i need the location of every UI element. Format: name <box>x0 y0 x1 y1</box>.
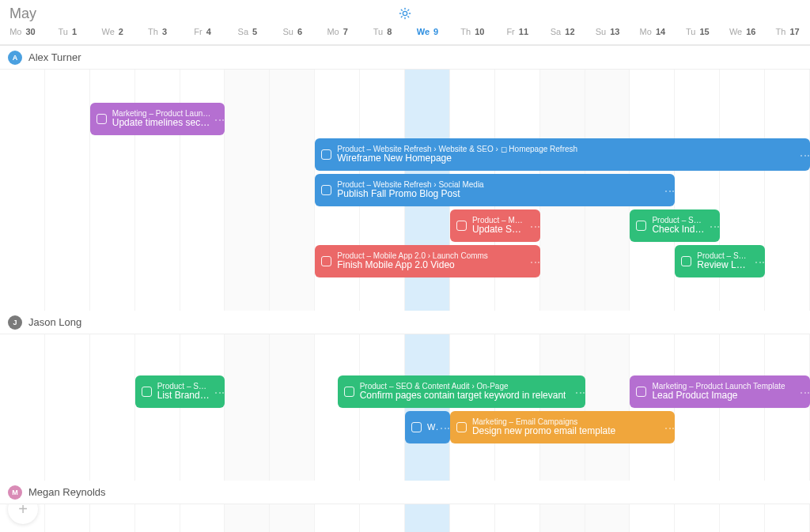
day-header-cell[interactable]: Fr 11 <box>495 24 540 40</box>
day-number: 9 <box>433 27 438 36</box>
task-breadcrumb: Product – Website Refresh › Website & SE… <box>337 145 577 154</box>
day-header-cell[interactable]: Mo 7 <box>315 24 360 40</box>
day-header-cell[interactable]: Th 10 <box>450 24 495 40</box>
task-text: Product – SEO & ContentList Branded & U <box>157 382 211 402</box>
day-number: 12 <box>565 27 574 36</box>
task-checkbox[interactable] <box>681 256 691 266</box>
avatar: M <box>8 485 22 500</box>
day-number: 3 <box>162 27 167 36</box>
task-card[interactable]: Product – SEO & ContentCheck Indexed Pag… <box>630 209 720 242</box>
task-card[interactable]: Product – SEO & Content Audit › On-PageC… <box>338 375 585 408</box>
svg-line-8 <box>408 9 409 10</box>
drag-handle-icon[interactable] <box>579 387 582 396</box>
task-checkbox[interactable] <box>456 221 467 231</box>
task-breadcrumb: Product – SEO & Content Audit › On-Page <box>360 382 566 391</box>
task-breadcrumb: Product – SEO & Content <box>157 382 211 391</box>
day-header-cell[interactable]: Sa 12 <box>540 24 585 40</box>
day-header-cell[interactable]: Tu 8 <box>360 24 405 40</box>
task-card[interactable]: Product – Mobile App 2.0 › Launch CommsF… <box>315 245 539 277</box>
task-title: Wireframe <box>427 422 439 432</box>
drag-handle-icon[interactable] <box>668 186 672 194</box>
task-card[interactable]: Marketing – Product LaunchUpdate timelin… <box>90 103 225 135</box>
day-of-week: Tu <box>373 27 383 36</box>
task-checkbox[interactable] <box>411 422 422 432</box>
day-header-cell[interactable]: Su 13 <box>585 24 630 40</box>
day-number: 7 <box>343 27 348 36</box>
task-card[interactable]: MarketingWireframe <box>405 411 450 443</box>
drag-handle-icon[interactable] <box>444 423 447 432</box>
task-card[interactable]: Product – Mobile AppUpdate Support <box>450 209 540 242</box>
person-header[interactable]: MMegan Reynolds <box>0 481 810 504</box>
task-checkbox[interactable] <box>321 185 331 195</box>
day-header-cell[interactable]: Mo 14 <box>630 24 675 40</box>
task-row: Product – Website Refresh › Website & SE… <box>0 137 810 172</box>
day-header-cell[interactable]: Th 17 <box>765 24 810 40</box>
drag-handle-icon[interactable] <box>218 387 221 396</box>
task-checkbox[interactable] <box>344 387 354 397</box>
day-number: 14 <box>656 27 665 36</box>
day-number: 30 <box>25 27 35 36</box>
task-checkbox[interactable] <box>97 114 107 124</box>
task-row: MarketingWireframeMarketing – Email Camp… <box>0 409 810 445</box>
person-lane: Marketing – Email CampaignsSetup homepag… <box>0 504 810 532</box>
task-row: Marketing – Product LaunchUpdate timelin… <box>0 101 810 137</box>
task-breadcrumb: Product – SEO & Audit <box>697 251 751 261</box>
day-header-cell[interactable]: Tu 1 <box>45 24 90 40</box>
task-title: Review Landing <box>697 260 751 271</box>
person-header[interactable]: JJason Long <box>0 311 810 334</box>
day-of-week: Su <box>282 27 293 36</box>
task-text: Product – Mobile AppUpdate Support <box>472 216 526 236</box>
day-of-week: Fr <box>506 27 514 36</box>
drag-handle-icon[interactable] <box>534 257 537 266</box>
day-header-cell[interactable]: Fr 4 <box>180 24 225 40</box>
drag-handle-icon[interactable] <box>218 115 221 123</box>
task-title: Confirm pages contain target keyword in … <box>360 391 566 402</box>
drag-handle-icon[interactable] <box>668 423 672 432</box>
timeline: AAlex TurnerMarketing – Product LaunchUp… <box>0 46 810 532</box>
task-title: Publish Fall Promo Blog Post <box>337 189 483 200</box>
day-header-cell[interactable]: Th 3 <box>135 24 180 40</box>
person-name: Jason Long <box>28 316 81 328</box>
task-checkbox[interactable] <box>636 387 646 397</box>
task-title: List Branded & U <box>157 391 211 402</box>
task-card[interactable]: Marketing – Product Launch TemplateLead … <box>630 375 810 408</box>
task-title: Update Support <box>472 224 526 236</box>
day-header-cell[interactable]: We 16 <box>720 24 765 40</box>
drag-handle-icon[interactable] <box>804 150 807 159</box>
task-checkbox[interactable] <box>142 387 152 397</box>
task-card[interactable]: Product – SEO & AuditReview Landing <box>675 245 765 277</box>
task-text: Product – Mobile App 2.0 › Launch CommsF… <box>337 251 488 271</box>
task-checkbox[interactable] <box>636 221 646 231</box>
task-checkbox[interactable] <box>321 256 331 266</box>
task-breadcrumb: Marketing – Product Launch Template <box>652 382 785 391</box>
task-card[interactable]: Marketing – Email CampaignsDesign new pr… <box>450 411 675 443</box>
task-row: Product – SEO & ContentList Branded & UP… <box>0 374 810 409</box>
day-header-cell[interactable]: Su 6 <box>270 24 315 40</box>
day-of-week: We <box>729 27 742 36</box>
day-number: 17 <box>789 27 799 36</box>
day-header-cell[interactable]: Tu 15 <box>675 24 720 40</box>
drag-handle-icon[interactable] <box>534 221 537 230</box>
task-checkbox[interactable] <box>321 149 331 160</box>
person-lane: Marketing – Product LaunchUpdate timelin… <box>0 70 810 311</box>
task-card[interactable]: Product – Website Refresh › Social Media… <box>315 174 675 206</box>
day-of-week: Tu <box>686 27 695 36</box>
drag-handle-icon[interactable] <box>804 387 807 396</box>
task-checkbox[interactable] <box>456 422 467 432</box>
task-card[interactable]: Product – Website Refresh › Website & SE… <box>315 138 810 171</box>
person-header[interactable]: AAlex Turner <box>0 46 810 70</box>
task-card[interactable]: Product – SEO & ContentList Branded & U <box>135 375 225 408</box>
drag-handle-icon[interactable] <box>759 257 762 266</box>
day-header-cell[interactable]: Sa 5 <box>225 24 270 40</box>
day-header-cell[interactable]: We 2 <box>90 24 135 40</box>
task-breadcrumb: Marketing – Email Campaigns <box>472 417 615 427</box>
sun-icon[interactable] <box>399 7 411 22</box>
day-header-cell[interactable]: We 9 <box>405 24 450 40</box>
avatar: A <box>8 51 22 65</box>
day-of-week: Th <box>460 27 471 36</box>
drag-handle-icon[interactable] <box>713 221 717 230</box>
day-of-week: Sa <box>551 27 561 36</box>
task-row: Product – Mobile AppUpdate SupportProduc… <box>0 208 810 243</box>
day-number: 8 <box>387 27 392 36</box>
day-header-cell[interactable]: Mo 30 <box>0 24 45 40</box>
